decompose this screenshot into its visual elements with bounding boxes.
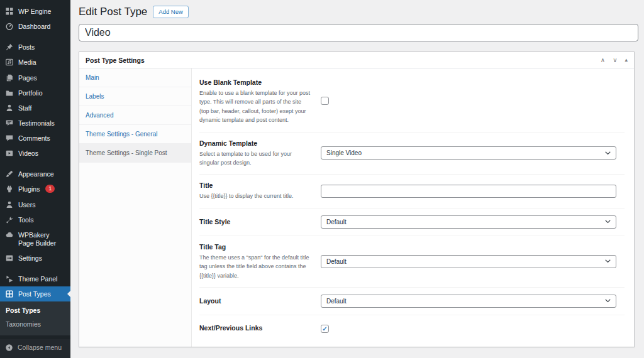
sidebar-item-portfolio[interactable]: Portfolio bbox=[0, 85, 70, 100]
video-play-icon bbox=[5, 149, 14, 158]
field-label: Title Style bbox=[199, 218, 311, 225]
add-new-button[interactable]: Add New bbox=[153, 6, 189, 18]
field-label: Dynamic Template bbox=[199, 139, 311, 147]
sidebar-item-dashboard[interactable]: Dashboard bbox=[0, 19, 70, 34]
tab-main[interactable]: Main bbox=[79, 68, 191, 87]
collapse-arrow-icon bbox=[5, 344, 13, 352]
tab-labels[interactable]: Labels bbox=[79, 87, 191, 106]
portfolio-folder-icon bbox=[5, 89, 14, 97]
field-next-previous-links: Next/Previous Links bbox=[199, 315, 625, 340]
chevron-down-icon bbox=[605, 299, 611, 303]
layout-select[interactable]: Default bbox=[321, 295, 616, 308]
dashboard-icon bbox=[5, 22, 14, 31]
plugins-update-badge: 1 bbox=[45, 185, 55, 192]
settings-panel-icon bbox=[5, 254, 14, 263]
title-tag-select[interactable]: Default bbox=[321, 255, 616, 268]
metabox-header[interactable]: Post Type Settings ∧ ∨ ▴ bbox=[79, 52, 634, 68]
post-type-title-input[interactable] bbox=[79, 24, 638, 41]
post-type-settings-metabox: Post Type Settings ∧ ∨ ▴ Main Labels Adv… bbox=[79, 52, 635, 347]
field-layout: Layout Default bbox=[199, 288, 625, 315]
tab-theme-settings-single-post[interactable]: Theme Settings - Single Post bbox=[79, 144, 191, 163]
sidebar-item-users[interactable]: Users bbox=[0, 197, 70, 212]
chevron-down-icon bbox=[605, 151, 611, 155]
sidebar-item-testimonials[interactable]: Testimonials bbox=[0, 116, 70, 131]
media-icon bbox=[5, 58, 14, 67]
sidebar-item-tools[interactable]: Tools bbox=[0, 212, 70, 227]
sidebar-item-post-types[interactable]: Post Types bbox=[0, 286, 70, 301]
sidebar-item-staff[interactable]: Staff bbox=[0, 100, 70, 116]
sidebar-item-theme-panel[interactable]: Theme Panel bbox=[0, 271, 70, 286]
sidebar-item-appearance[interactable]: Appearance bbox=[0, 166, 70, 182]
title-style-select[interactable]: Default bbox=[321, 215, 616, 229]
field-label: Title bbox=[199, 182, 311, 189]
sidebar-item-videos[interactable]: Videos bbox=[0, 146, 70, 161]
field-title: Title Use {{title}} to display the curre… bbox=[199, 175, 625, 208]
submenu-item-taxonomies[interactable]: Taxonomies bbox=[0, 318, 70, 331]
field-description: Select a template to be used for your si… bbox=[199, 149, 311, 168]
field-title-style: Title Style Default bbox=[199, 209, 625, 236]
comment-bubble-icon bbox=[5, 134, 14, 143]
selected-value: Default bbox=[326, 298, 347, 305]
settings-fields: Use Blank Template Enable to use a blank… bbox=[192, 68, 634, 347]
metabox-handle-actions: ∧ ∨ ▴ bbox=[601, 57, 628, 63]
field-label: Next/Previous Links bbox=[199, 324, 311, 332]
field-description: Use {{title}} to display the current tit… bbox=[199, 192, 311, 200]
chevron-down-icon bbox=[605, 259, 611, 263]
person-icon bbox=[5, 104, 14, 112]
next-previous-links-checkbox[interactable] bbox=[321, 325, 329, 333]
sidebar-item-media[interactable]: Media bbox=[0, 55, 70, 70]
field-label: Use Blank Template bbox=[199, 79, 311, 86]
admin-content-area: Edit Post Type Add New Post Type Setting… bbox=[70, 0, 644, 358]
field-dynamic-template: Dynamic Template Select a template to be… bbox=[199, 133, 625, 175]
dynamic-template-select[interactable]: Single Video bbox=[321, 146, 616, 160]
sidebar-item-posts[interactable]: Posts bbox=[0, 40, 70, 55]
wrench-icon bbox=[5, 215, 14, 224]
sidebar-item-wpbakery-page-builder[interactable]: WPBakery Page Builder bbox=[0, 227, 70, 251]
move-down-icon[interactable]: ∨ bbox=[613, 57, 617, 63]
use-blank-template-checkbox[interactable] bbox=[321, 97, 329, 105]
sidebar-item-comments[interactable]: Comments bbox=[0, 131, 70, 146]
testimonial-bubble-icon bbox=[5, 119, 14, 127]
move-up-icon[interactable]: ∧ bbox=[601, 57, 605, 63]
sidebar-item-plugins[interactable]: Plugins 1 bbox=[0, 182, 70, 197]
field-title-tag: Title Tag The theme uses a "span" for th… bbox=[199, 236, 625, 288]
tab-advanced[interactable]: Advanced bbox=[79, 106, 191, 125]
field-label: Title Tag bbox=[199, 243, 311, 251]
title-text-input[interactable] bbox=[321, 185, 616, 198]
user-icon bbox=[5, 200, 14, 209]
selected-value: Default bbox=[326, 258, 347, 265]
admin-menu: WP Engine Dashboard Posts Media Pages Po… bbox=[0, 0, 70, 301]
metabox-body: Main Labels Advanced Theme Settings - Ge… bbox=[79, 68, 634, 347]
settings-tab-list: Main Labels Advanced Theme Settings - Ge… bbox=[79, 68, 192, 347]
page-title: Edit Post Type bbox=[79, 6, 147, 18]
pin-icon bbox=[5, 43, 14, 52]
submenu-item-post-types[interactable]: Post Types bbox=[0, 304, 70, 317]
wp-engine-icon bbox=[5, 7, 14, 16]
pages-icon bbox=[5, 73, 14, 82]
field-use-blank-template: Use Blank Template Enable to use a blank… bbox=[199, 72, 625, 133]
chevron-down-icon bbox=[605, 220, 611, 224]
wordpress-admin-screen: WP Engine Dashboard Posts Media Pages Po… bbox=[0, 0, 644, 358]
grid-window-icon bbox=[5, 290, 14, 298]
sidebar-item-settings[interactable]: Settings bbox=[0, 251, 70, 266]
theme-panel-icon bbox=[5, 274, 14, 283]
paintbrush-icon bbox=[5, 170, 14, 178]
field-label: Layout bbox=[199, 297, 311, 305]
sidebar-item-wp-engine[interactable]: WP Engine bbox=[0, 4, 70, 19]
plugin-icon bbox=[5, 185, 14, 193]
sidebar-item-pages[interactable]: Pages bbox=[0, 70, 70, 85]
toggle-panel-icon[interactable]: ▴ bbox=[625, 57, 628, 63]
cloud-icon bbox=[5, 231, 14, 239]
post-types-submenu: Post Types Taxonomies bbox=[0, 301, 70, 335]
selected-value: Single Video bbox=[326, 149, 362, 156]
collapse-menu-button[interactable]: Collapse menu bbox=[0, 339, 70, 358]
field-description: Enable to use a blank template for your … bbox=[199, 89, 311, 125]
field-description: The theme uses a "span" for the default … bbox=[199, 253, 311, 280]
selected-value: Default bbox=[326, 219, 347, 225]
page-header: Edit Post Type Add New bbox=[79, 6, 636, 18]
metabox-title: Post Type Settings bbox=[86, 57, 145, 64]
admin-sidebar: WP Engine Dashboard Posts Media Pages Po… bbox=[0, 0, 70, 358]
tab-theme-settings-general[interactable]: Theme Settings - General bbox=[79, 125, 191, 144]
